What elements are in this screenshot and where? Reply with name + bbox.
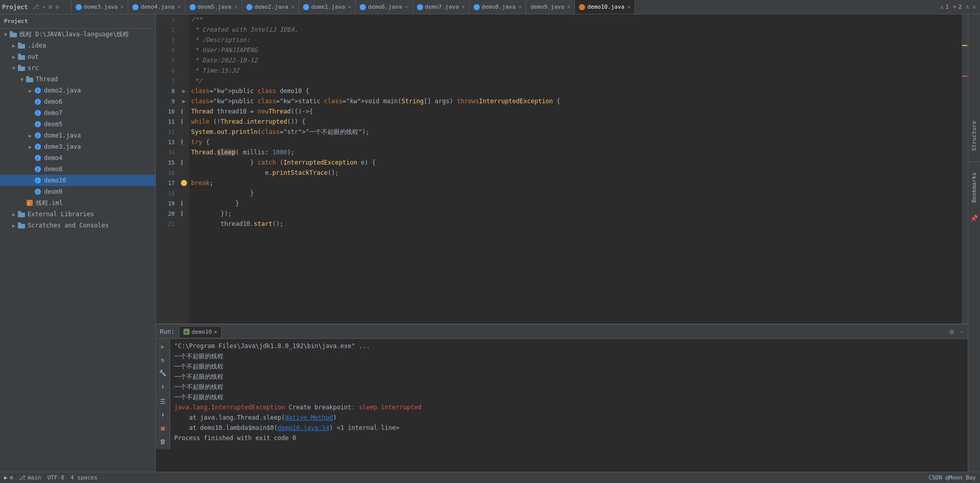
tree-item-deom9[interactable]: Jdeom9 <box>0 186 155 197</box>
code-line-3[interactable]: * /Description: <box>189 35 962 45</box>
code-line-16[interactable]: e.printStackTrace(); <box>189 168 962 178</box>
structure-tab[interactable]: Structure <box>970 117 978 155</box>
editor-tab-demo6java[interactable]: demo6.java× <box>356 0 412 14</box>
svg-rect-2 <box>18 44 25 49</box>
run-wrench-button[interactable]: 🔧 <box>157 367 169 379</box>
line-num-12: 12 <box>156 127 179 137</box>
tree-item-demo4[interactable]: Jdemo4 <box>0 152 155 164</box>
tab-close[interactable]: × <box>627 4 631 10</box>
tree-icon-java: J <box>34 165 42 173</box>
code-line-8[interactable]: class="kw">public class demo10 { <box>189 86 962 96</box>
code-line-10[interactable]: Thread thread10 = new Thread(()->{ <box>189 106 962 117</box>
tree-item-demo6[interactable]: Jdemo6 <box>0 96 155 107</box>
editor-tab-demo7java[interactable]: demo7.java× <box>413 0 470 14</box>
tree-item-demo2[interactable]: ▶Jdemo2.java <box>0 85 155 96</box>
code-line-12[interactable]: System.out.println(class="str">"一个不起眼的线程… <box>189 127 962 137</box>
code-line-1[interactable]: /** <box>189 14 962 25</box>
tree-item-demo8[interactable]: Jdemo8 <box>0 164 155 175</box>
run-download-button[interactable]: ⬇ <box>157 409 169 421</box>
editor-tab-dome3java[interactable]: dome3.java× <box>72 0 128 14</box>
svg-rect-5 <box>18 54 21 56</box>
run-resume-button[interactable]: ▶ <box>157 341 169 352</box>
create-breakpoint-link[interactable]: Create breakpoint <box>285 402 352 412</box>
run-delete-button[interactable]: 🗑 <box>157 436 169 447</box>
tree-arrow: ▼ <box>10 64 17 72</box>
run-list-button[interactable]: ☰ <box>157 396 169 407</box>
editor-tab-dome1java[interactable]: dome1.java× <box>299 0 356 14</box>
code-line-18[interactable]: } <box>189 188 962 198</box>
tree-label: demo2.java <box>44 87 81 94</box>
tab-close[interactable]: × <box>178 4 181 10</box>
tab-close[interactable]: × <box>348 4 351 10</box>
gutter-line-10 <box>179 106 189 117</box>
tree-item-out[interactable]: ▶out <box>0 51 155 62</box>
editor-tab-deom5java[interactable]: deom5.java× <box>185 0 242 14</box>
tab-close[interactable]: × <box>121 4 124 10</box>
run-tab[interactable]: ▶ demo10 × <box>179 326 222 337</box>
tree-item-dome1[interactable]: ▶Jdome1.java <box>0 130 155 141</box>
native-method-link[interactable]: Native Method <box>285 412 333 423</box>
tree-item-demo10[interactable]: Jdemo10 <box>0 175 155 186</box>
tree-item-dome3[interactable]: ▶Jdome3.java <box>0 141 155 152</box>
tree-item-demo7[interactable]: Jdemo7 <box>0 107 155 119</box>
tree-item-extlib[interactable]: ▶External Libraries <box>0 209 155 220</box>
code-line-6[interactable]: * Time:15:32 <box>189 65 962 76</box>
tab-close[interactable]: × <box>405 4 408 10</box>
nav-arrows[interactable]: ∧ ∨ <box>966 4 976 10</box>
run-settings-button[interactable]: ⚙ <box>949 328 953 336</box>
run-tab-bar: Run: ▶ demo10 × ⚙ — <box>156 325 968 339</box>
code-line-4[interactable]: * User:PANJIAPENG <box>189 45 962 55</box>
tree-item-xiancheng[interactable]: i线程.iml <box>0 197 155 209</box>
run-minimize-button[interactable]: — <box>960 328 964 335</box>
editor-tab-demo8java[interactable]: demo8.java× <box>470 0 526 14</box>
code-line-21[interactable]: thread10.start(); <box>189 219 962 229</box>
tree-item-src[interactable]: ▼src <box>0 62 155 74</box>
tab-close[interactable]: × <box>567 4 570 10</box>
code-line-19[interactable]: } <box>189 198 962 209</box>
run-side-toolbar: ▶ ↻ 🔧 ↕ ☰ ⬇ ■ 🗑 <box>156 339 170 449</box>
code-line-5[interactable]: * Date:2022-10-12 <box>189 55 962 65</box>
bookmarks-tab[interactable]: Bookmarks <box>970 168 978 207</box>
vtab-pin[interactable]: 📌 <box>970 215 978 222</box>
code-line-15[interactable]: } catch (InterruptedException e) { <box>189 157 962 168</box>
tab-close[interactable]: × <box>291 4 294 10</box>
tree-item-scratches[interactable]: ▶Scratches and Consoles <box>0 220 155 231</box>
editor-tab-demo4java[interactable]: demo4.java× <box>128 0 185 14</box>
code-line-14[interactable]: Thread.sleep( millis: 1000); <box>189 147 962 157</box>
tab-close[interactable]: × <box>235 4 238 10</box>
run-stop-button[interactable]: ■ <box>157 423 169 434</box>
code-line-2[interactable]: * Created with InteliJ IDEA. <box>189 25 962 35</box>
code-line-13[interactable]: try { <box>189 137 962 147</box>
code-lines[interactable]: /** * Created with InteliJ IDEA. * /Desc… <box>189 14 962 324</box>
tree-arrow: ▶ <box>27 87 34 94</box>
code-line-7[interactable]: */ <box>189 76 962 86</box>
run-scroll-button[interactable]: ↕ <box>157 381 169 392</box>
status-run[interactable]: ▶ ⚙ <box>4 474 13 481</box>
stack1-end: ) <box>333 412 337 423</box>
tree-icon-folder <box>17 53 26 61</box>
editor-tab-demo2java[interactable]: demo2.java× <box>242 0 299 14</box>
run-tab-close[interactable]: × <box>214 329 218 335</box>
tree-item-deom5[interactable]: Jdeom5 <box>0 119 155 130</box>
breakpoint-icon <box>181 211 186 216</box>
tree-item-idea[interactable]: ▶.idea <box>0 40 155 51</box>
code-line-11[interactable]: while (!Thread.interrupted()) { <box>189 117 962 127</box>
code-editor[interactable]: 123456789101112131415161718192021 ▶▶ /**… <box>156 14 968 324</box>
tab-close[interactable]: × <box>462 4 465 10</box>
status-vcs[interactable]: ⎇ main <box>19 474 41 481</box>
status-encoding[interactable]: UTF-8 <box>48 474 64 481</box>
code-line-20[interactable]: }); <box>189 209 962 219</box>
tree-label: demo10 <box>44 177 66 184</box>
tab-close[interactable]: × <box>519 4 522 10</box>
gutter-line-5 <box>179 55 189 65</box>
code-line-17[interactable]: break; <box>189 178 962 188</box>
run-rerun-button[interactable]: ↻ <box>157 354 169 365</box>
gutter-line-11 <box>179 117 189 127</box>
stack2-link[interactable]: demo10.java:14 <box>277 423 329 433</box>
tree-item-root[interactable]: ▼线程 D:\JAVA\Java-language\线程 <box>0 29 155 40</box>
editor-tab-demo9java[interactable]: demo9.java× <box>526 0 575 14</box>
editor-tab-demo10java[interactable]: demo10.java× <box>575 0 635 14</box>
code-line-9[interactable]: class="kw">public class="kw">static clas… <box>189 96 962 106</box>
tree-item-thread[interactable]: ▼Thread <box>0 74 155 85</box>
status-indent[interactable]: 4 spaces <box>71 474 98 481</box>
